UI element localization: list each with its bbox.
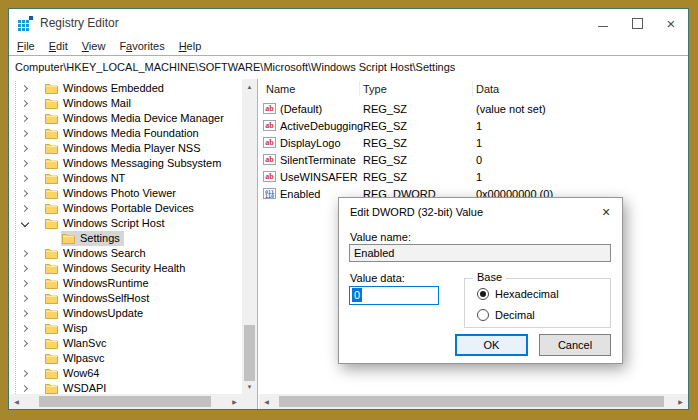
scroll-down-icon[interactable]: ▼ [242,379,257,394]
selected-text: 0 [352,288,362,302]
string-value-icon: ab [263,137,276,148]
chevron-right-icon[interactable] [18,161,31,166]
folder-icon [45,158,58,169]
tree-vscroll-thumb[interactable] [244,325,255,381]
tree-item-label: WindowsRuntime [63,276,149,291]
tree-item-settings[interactable]: Settings [9,231,242,246]
tree-item-windowsselfhost[interactable]: WindowsSelfHost [9,291,242,306]
decimal-radio[interactable]: Decimal [477,309,535,321]
tree-item-wisp[interactable]: Wisp [9,321,242,336]
radio-checked-icon [477,288,489,300]
chevron-right-icon[interactable] [18,326,31,331]
base-group-label: Base [473,271,506,283]
tree-item-windows-media-device-manager[interactable]: Windows Media Device Manager [9,111,242,126]
tree-item-content: Windows Mail [44,96,135,111]
tree-item-windows-nt[interactable]: Windows NT [9,171,242,186]
scroll-right-icon[interactable]: ▶ [227,394,242,409]
tree-hscroll-thumb[interactable] [39,396,211,407]
folder-icon [45,308,58,319]
tree-item-windowsruntime[interactable]: WindowsRuntime [9,276,242,291]
chevron-right-icon[interactable] [18,131,31,136]
tree-item-content: Wlpasvc [44,351,109,366]
tree-item-wsdapi[interactable]: WSDAPI [9,381,242,394]
column-header-type[interactable]: Type [363,83,476,95]
menu-item-help[interactable]: Help [179,40,202,52]
chevron-right-icon[interactable] [18,86,31,91]
tree-item-label: Windows Photo Viewer [63,186,176,201]
tree-item-windows-security-health[interactable]: Windows Security Health [9,261,242,276]
column-header-name[interactable]: Name [266,83,363,95]
tree-horizontal-scrollbar[interactable]: ◀ ▶ [9,394,242,409]
cancel-button[interactable]: Cancel [539,334,611,356]
value-row-silentterminate[interactable]: abSilentTerminateREG_SZ0 [259,151,688,168]
chevron-right-icon[interactable] [18,206,31,211]
tree-item-windows-photo-viewer[interactable]: Windows Photo Viewer [9,186,242,201]
hexadecimal-radio[interactable]: Hexadecimal [477,288,559,300]
chevron-right-icon[interactable] [18,146,31,151]
tree-item-windows-portable-devices[interactable]: Windows Portable Devices [9,201,242,216]
tree-item-windowsupdate[interactable]: WindowsUpdate [9,306,242,321]
chevron-right-icon[interactable] [18,101,31,106]
chevron-right-icon[interactable] [18,371,31,376]
tree-item-wlansvc[interactable]: WlanSvc [9,336,242,351]
menu-item-favorites[interactable]: Favorites [119,40,164,52]
dialog-close-button[interactable]: × [590,198,622,225]
scroll-left-icon[interactable]: ◀ [9,394,24,409]
chevron-right-icon[interactable] [18,296,31,301]
minimize-button[interactable] [586,9,620,37]
maximize-button[interactable] [620,9,654,37]
chevron-down-icon[interactable] [18,222,31,226]
tree-item-label: Windows Embedded [63,81,164,96]
values-horizontal-scrollbar[interactable]: ◀ ▶ [259,394,688,409]
tree-item-windows-embedded[interactable]: Windows Embedded [9,81,242,96]
chevron-right-icon[interactable] [18,191,31,196]
value-name: (Default) [280,103,363,115]
address-bar-input[interactable]: Computer\HKEY_LOCAL_MACHINE\SOFTWARE\Mic… [9,55,688,80]
menu-item-edit[interactable]: Edit [49,40,68,52]
tree-item-label: Windows Script Host [63,216,164,231]
value-data-input[interactable]: 0 [349,286,439,305]
scroll-right-icon[interactable]: ▶ [673,394,688,409]
tree-vertical-scrollbar[interactable]: ▲ ▼ [242,79,257,394]
chevron-right-icon[interactable] [18,251,31,256]
menu-item-view[interactable]: View [82,40,106,52]
window-title: Registry Editor [40,16,119,30]
tree-item-windows-media-player-nss[interactable]: Windows Media Player NSS [9,141,242,156]
chevron-right-icon[interactable] [18,176,31,181]
value-name: ActiveDebugging [280,120,363,132]
string-value-icon: ab [263,103,276,114]
radio-unchecked-icon [477,309,489,321]
tree-item-windows-media-foundation[interactable]: Windows Media Foundation [9,126,242,141]
chevron-right-icon[interactable] [18,116,31,121]
values-hscroll-thumb[interactable] [279,396,664,407]
menu-item-file[interactable]: File [17,40,35,52]
tree-item-windows-search[interactable]: Windows Search [9,246,242,261]
value-data-label: Value data: [350,272,405,284]
value-row-displaylogo[interactable]: abDisplayLogoREG_SZ1 [259,134,688,151]
ok-button[interactable]: OK [455,334,528,356]
chevron-right-icon[interactable] [18,281,31,286]
tree-item-windows-messaging-subsystem[interactable]: Windows Messaging Subsystem [9,156,242,171]
tree-item-wlpasvc[interactable]: Wlpasvc [9,351,242,366]
chevron-right-icon[interactable] [18,341,31,346]
chevron-right-icon[interactable] [18,311,31,316]
tree-item-label: Windows Messaging Subsystem [63,156,221,171]
tree-item-windows-script-host[interactable]: Windows Script Host [9,216,242,231]
column-separator[interactable] [472,81,473,96]
column-separator[interactable] [359,81,360,96]
column-header-data[interactable]: Data [476,83,499,95]
tree-item-windows-mail[interactable]: Windows Mail [9,96,242,111]
close-button[interactable]: × [654,9,688,37]
scroll-left-icon[interactable]: ◀ [259,394,274,409]
chevron-right-icon[interactable] [18,266,31,271]
value-name-label: Value name: [350,231,411,243]
folder-icon [45,368,58,379]
scroll-up-icon[interactable]: ▲ [242,79,257,94]
value-row-activedebugging[interactable]: abActiveDebuggingREG_SZ1 [259,117,688,134]
value-row-default[interactable]: ab(Default)REG_SZ(value not set) [259,100,688,117]
value-data: 1 [476,137,482,149]
folder-icon [45,383,58,394]
value-row-usewinsafer[interactable]: abUseWINSAFERREG_SZ1 [259,168,688,185]
chevron-right-icon[interactable] [18,386,31,391]
tree-item-wow64[interactable]: Wow64 [9,366,242,381]
